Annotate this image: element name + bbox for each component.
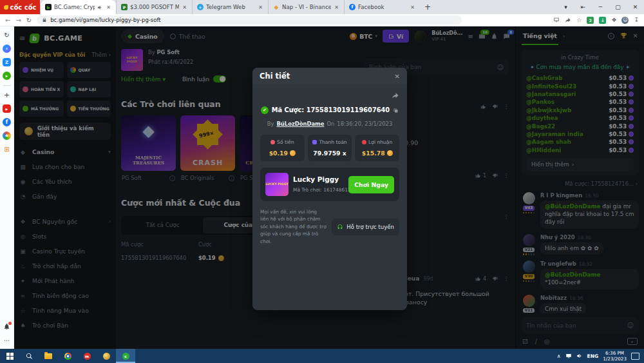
coccoc-brand-button[interactable]: cốc cốc — [0, 0, 40, 14]
browser-sphere-icon[interactable] — [3, 132, 11, 140]
windows-taskbar: m c ∧ ENG 6:36 PM 1/23/2023 — [0, 349, 644, 363]
bet-datetime: 18:36:20, 23/1/2023 — [337, 121, 392, 127]
extensions-icon[interactable]: ❖ — [611, 17, 616, 23]
adblock-icon[interactable]: 2 — [587, 17, 594, 24]
save-to-device-icon[interactable] — [553, 17, 560, 23]
minimize-button[interactable]: ─ — [592, 4, 609, 10]
tab-close-icon[interactable]: ✕ — [334, 5, 339, 10]
shopping-cart-icon[interactable]: ⊞ — [3, 145, 11, 153]
close-window-button[interactable]: ✕ — [627, 4, 644, 10]
restore-button[interactable]: ▢ — [609, 4, 627, 10]
history-icon[interactable]: ↻ — [3, 31, 11, 39]
network-icon[interactable] — [565, 353, 572, 359]
tab-search-icon[interactable]: ▾ — [557, 4, 574, 10]
gold-app-icon[interactable] — [97, 349, 116, 363]
pgsoft-favicon: P — [121, 4, 128, 10]
file-explorer-icon[interactable] — [39, 349, 58, 363]
coin-icon — [387, 150, 393, 156]
download-manager-icon[interactable]: ↓ — [599, 17, 606, 24]
brand-label: cốc cốc — [10, 4, 37, 11]
tab-pgsoft[interactable]: P $3.000 PGSOFT Mid-Week M ✕ — [116, 0, 192, 14]
tab-facebook[interactable]: f Facebook ✕ — [344, 0, 420, 14]
payout-icon — [312, 140, 317, 144]
panel-toggle-icon[interactable]: ⇤ — [574, 4, 592, 10]
telegram-favicon: ✈ — [197, 4, 204, 10]
notification-bell-icon[interactable] — [3, 322, 11, 331]
bcgame-app: ≡ b BC.GAME Đặc quyền VIP của tôi Thêm ›… — [14, 26, 644, 349]
bookmark-star-icon[interactable]: ☆ — [576, 17, 582, 23]
profile-icon[interactable]: ☺ — [621, 17, 629, 24]
tab-close-icon[interactable]: ✕ — [106, 5, 111, 10]
address-bar-icons: ☆ 2 ↓ ❖ ☺ ↧ — [553, 17, 639, 24]
back-icon[interactable]: ← — [5, 17, 10, 24]
tab-telegram[interactable]: ✈ Telegram Web ✕ — [192, 0, 268, 14]
modal-close-icon[interactable]: ✕ — [395, 73, 400, 80]
forward-icon[interactable]: → — [15, 17, 21, 24]
bet-details-modal: Chi tiết ✕ ✔ Mã Cược: 175581301911960764… — [252, 68, 407, 310]
start-button[interactable] — [0, 349, 19, 363]
amount-icon — [270, 140, 275, 144]
tray-chevron-icon[interactable]: ∧ — [557, 353, 561, 359]
url-box[interactable]: bc.game/vi/game/lucky-piggy-by-pg-soft — [37, 15, 462, 25]
live-support-button[interactable]: Hỗ trợ trực tuyến — [332, 219, 399, 235]
share-bet-icon[interactable] — [392, 90, 399, 100]
tab-title: Facebook — [358, 4, 407, 10]
binance-favicon: ◆ — [273, 4, 279, 10]
clock-date: 1/23/2023 — [603, 356, 627, 362]
keyboard-language[interactable]: ENG — [587, 353, 599, 359]
tab-close-icon[interactable]: ✕ — [258, 5, 263, 10]
browser-tab-bar: cốc cốc b BC.Game: Crypto Casino ✕ P $3.… — [0, 0, 644, 14]
window-controls: ▾ ⇤ ─ ▢ ✕ — [557, 0, 644, 14]
coccoc-leaf-icon — [4, 5, 8, 10]
support-help-text: Mọi vấn đề, xin vui lòng liên hệ với bộ … — [260, 208, 327, 245]
modal-game-name: Lucky Piggy — [293, 175, 344, 183]
tab-binance[interactable]: ◆ Nap - VI - Binance ✕ — [268, 0, 344, 14]
lock-icon — [42, 17, 47, 23]
clock-time: 6:36 PM — [603, 350, 627, 356]
chrome-icon[interactable] — [58, 349, 77, 363]
bet-id-line: Mã Cược: 1755813019119607640 — [272, 106, 390, 113]
bet-author-link[interactable]: BúLozDònDame — [276, 121, 324, 127]
tab-title: $3.000 PGSOFT Mid-Week M — [130, 4, 179, 10]
browser-side-rail: ↻ ⚡ Z ▸ + ▶ f ⊞ ⋯ — [0, 26, 14, 349]
tab-close-icon[interactable]: ✕ — [410, 5, 415, 10]
messenger-icon[interactable]: ⚡ — [3, 44, 11, 53]
stat-profit: Lợi nhuận $15.78 — [355, 135, 399, 161]
tab-title: Telegram Web — [206, 4, 255, 10]
action-center-icon[interactable] — [631, 353, 639, 360]
add-shortcut-icon[interactable]: + — [3, 91, 11, 99]
downloads-icon[interactable]: ↧ — [634, 17, 639, 23]
modal-game-thumbnail[interactable]: LUCKY PIGGY — [265, 173, 289, 196]
reload-icon[interactable]: ↻ — [26, 17, 32, 24]
url-text: bc.game/vi/game/lucky-piggy-by-pg-soft — [50, 17, 160, 23]
stat-payout: Thanh toán 79.9759 x — [308, 135, 352, 161]
red-app-icon[interactable]: m — [77, 349, 97, 363]
address-bar: ← → ↻ bc.game/vi/game/lucky-piggy-by-pg-… — [0, 14, 644, 26]
coccoc-taskbar-icon[interactable]: c — [116, 349, 135, 363]
modal-game-id: Mã Trò chơi: 16174861314... — [293, 186, 344, 193]
tab-audio-icon[interactable] — [97, 5, 103, 10]
taskbar-search-icon[interactable] — [19, 349, 39, 363]
new-tab-button[interactable]: + — [420, 0, 435, 14]
modal-title: Chi tiết — [260, 72, 290, 81]
modal-game-box: LUCKY PIGGY Lucky Piggy Mã Trò chơi: 161… — [260, 168, 399, 201]
profit-icon — [362, 140, 366, 144]
facebook-rail-icon[interactable]: f — [3, 118, 11, 126]
rail-more-icon[interactable]: ⋯ — [3, 336, 11, 344]
copy-icon[interactable] — [393, 104, 399, 116]
share-icon[interactable] — [565, 17, 571, 23]
verified-check-icon: ✔ — [261, 106, 269, 114]
play-now-button[interactable]: Chơi Ngay — [348, 176, 394, 193]
tab-bcgame[interactable]: b BC.Game: Crypto Casino ✕ — [40, 0, 116, 14]
stat-amount: Số tiền $0.19 — [260, 135, 305, 161]
headset-icon — [337, 224, 343, 230]
bcgame-favicon: b — [45, 4, 52, 10]
zalo-icon[interactable]: Z — [3, 58, 11, 66]
tab-close-icon[interactable]: ✕ — [182, 5, 187, 10]
speaker-icon[interactable] — [576, 353, 583, 359]
games-icon[interactable]: ▸ — [3, 72, 11, 80]
tab-title: BC.Game: Crypto Casino — [54, 4, 95, 10]
facebook-favicon: f — [349, 4, 355, 10]
youtube-icon[interactable]: ▶ — [3, 104, 11, 113]
taskbar-clock[interactable]: 6:36 PM 1/23/2023 — [603, 350, 627, 362]
